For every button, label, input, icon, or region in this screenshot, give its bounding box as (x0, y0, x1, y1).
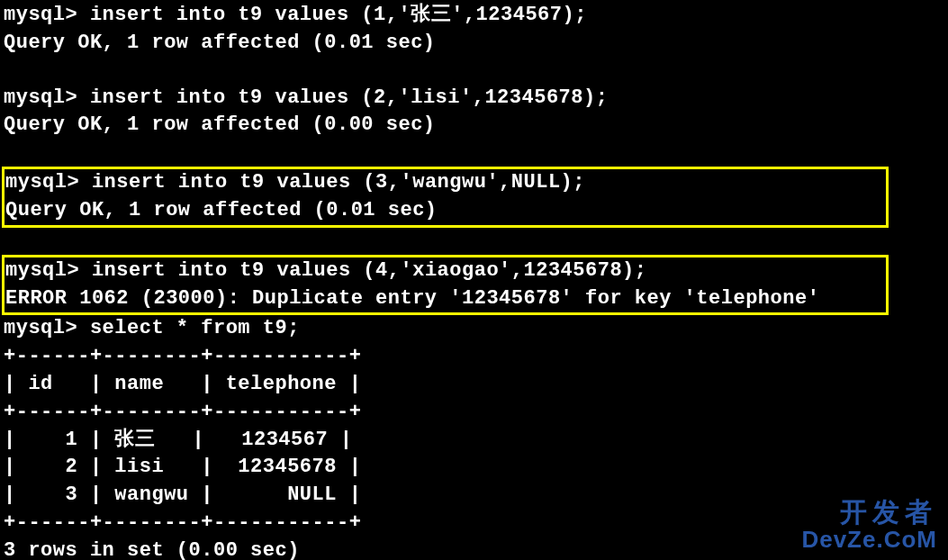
query-result: Query OK, 1 row affected (0.00 sec) (4, 112, 944, 140)
table-row: | 2 | lisi | 12345678 | (4, 454, 944, 482)
mysql-prompt: mysql> (5, 171, 92, 194)
error-message: ERROR 1062 (23000): Duplicate entry '123… (5, 285, 885, 313)
mysql-prompt: mysql> (4, 4, 90, 26)
highlight-box-duplicate-error: mysql> insert into t9 values (4,'xiaogao… (2, 255, 889, 316)
mysql-prompt: mysql> (5, 259, 92, 282)
sql-command-line: mysql> insert into t9 values (4,'xiaogao… (5, 257, 885, 285)
query-result: Query OK, 1 row affected (0.01 sec) (4, 30, 944, 58)
sql-command-line: mysql> insert into t9 values (2,'lisi',1… (4, 85, 944, 113)
sql-command-line: mysql> insert into t9 values (3,'wangwu'… (5, 169, 885, 197)
highlight-box-null-insert: mysql> insert into t9 values (3,'wangwu'… (2, 167, 889, 228)
table-row: | 3 | wangwu | NULL | (4, 482, 944, 510)
spacer (4, 58, 944, 85)
table-header: | id | name | telephone | (4, 371, 944, 399)
table-border: +------+--------+-----------+ (4, 399, 944, 427)
sql-insert-1: insert into t9 values (1,'张三',1234567); (90, 4, 587, 26)
sql-command-line: mysql> select * from t9; (4, 315, 944, 343)
spacer (4, 140, 944, 167)
spacer (4, 228, 944, 255)
sql-insert-2: insert into t9 values (2,'lisi',12345678… (90, 86, 609, 109)
table-row: | 1 | 张三 | 1234567 | (4, 427, 944, 455)
sql-select: select * from t9; (90, 317, 300, 339)
mysql-prompt: mysql> (4, 317, 90, 339)
sql-insert-3: insert into t9 values (3,'wangwu',NULL); (92, 171, 585, 194)
query-result: Query OK, 1 row affected (0.01 sec) (5, 197, 885, 225)
sql-command-line: mysql> insert into t9 values (1,'张三',123… (4, 2, 944, 30)
result-footer: 3 rows in set (0.00 sec) (4, 537, 944, 560)
sql-insert-4: insert into t9 values (4,'xiaogao',12345… (92, 259, 647, 282)
table-border: +------+--------+-----------+ (4, 343, 944, 371)
table-border: +------+--------+-----------+ (4, 510, 944, 537)
mysql-prompt: mysql> (4, 86, 90, 109)
